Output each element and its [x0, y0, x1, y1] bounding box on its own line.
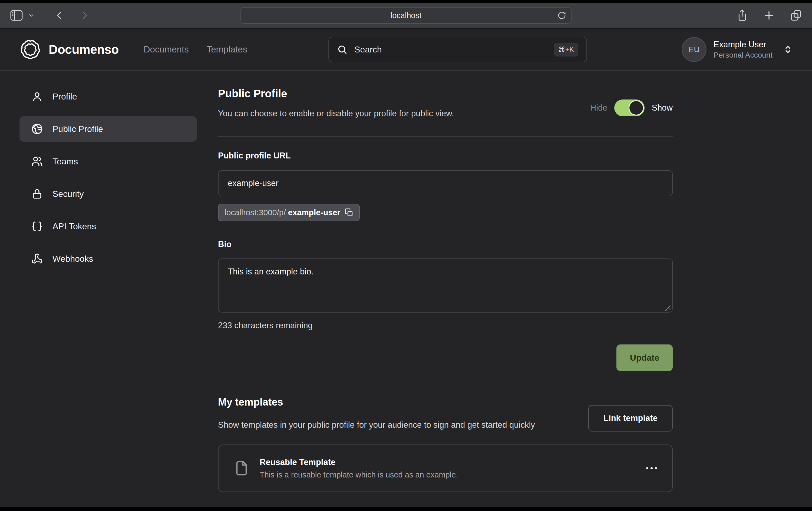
sidebar-item-label: Public Profile — [53, 124, 103, 134]
globe-icon — [31, 123, 43, 134]
toggle-show-label: Show — [651, 103, 673, 113]
user-icon — [31, 91, 43, 102]
sidebar-item-profile[interactable]: Profile — [20, 84, 197, 109]
chevrons-up-down-icon — [783, 45, 792, 54]
link-template-button[interactable]: Link template — [588, 405, 673, 431]
template-options-button[interactable] — [646, 467, 657, 469]
profile-link-copy-button[interactable]: localhost:3000/p/ example-user — [218, 204, 360, 221]
file-icon — [234, 460, 250, 476]
visibility-toggle-group: Hide Show — [590, 97, 673, 119]
forward-button[interactable] — [80, 10, 89, 20]
documenso-app: Documenso Documents Templates Search ⌘+K… — [0, 29, 812, 507]
braces-icon — [31, 221, 43, 232]
profile-link-prefix: localhost:3000/p/ — [225, 208, 286, 217]
search-shortcut-badge: ⌘+K — [554, 43, 579, 57]
user-name: Example User — [714, 39, 773, 50]
template-title: Reusable Template — [260, 457, 458, 467]
bio-textarea[interactable]: This is an example bio. — [218, 259, 673, 312]
search-placeholder: Search — [354, 44, 382, 55]
nav-templates[interactable]: Templates — [207, 44, 247, 55]
characters-remaining: 233 characters remaining — [218, 321, 673, 330]
top-nav: Documents Templates — [144, 44, 247, 55]
account-type: Personal Account — [714, 50, 773, 60]
public-profile-url-input[interactable] — [218, 170, 673, 196]
toolbar-divider — [42, 10, 42, 21]
brand[interactable]: Documenso — [20, 39, 119, 60]
new-tab-icon[interactable] — [763, 10, 775, 21]
profile-visibility-switch[interactable] — [614, 99, 644, 116]
sidebar-item-label: Teams — [53, 156, 78, 167]
sidebar-toggle-icon[interactable] — [10, 10, 23, 21]
address-bar[interactable]: localhost — [240, 7, 572, 24]
lock-icon — [31, 188, 43, 200]
switch-knob — [629, 100, 644, 116]
users-icon — [31, 156, 43, 167]
sidebar-item-security[interactable]: Security — [20, 181, 197, 207]
tab-overview-icon[interactable] — [790, 10, 802, 21]
template-description: This is a reusable template which is use… — [260, 471, 458, 479]
url-field-label: Public profile URL — [218, 151, 673, 160]
sidebar-item-webhooks[interactable]: Webhooks — [20, 246, 197, 271]
template-list-item: Reusable Template This is a reusable tem… — [218, 445, 673, 492]
sidebar-chevron-icon[interactable] — [28, 12, 35, 19]
bio-field-label: Bio — [218, 240, 673, 249]
reload-icon[interactable] — [557, 11, 566, 20]
toggle-hide-label: Hide — [590, 103, 608, 113]
settings-sidebar: Profile Public Profile Teams Security — [20, 71, 197, 271]
my-templates-title: My templates — [218, 396, 535, 408]
sidebar-item-teams[interactable]: Teams — [20, 149, 197, 174]
sidebar-item-api-tokens[interactable]: API Tokens — [20, 214, 197, 239]
page-title: Public Profile — [218, 87, 454, 100]
search-input[interactable]: Search ⌘+K — [328, 37, 587, 62]
webhook-icon — [31, 253, 43, 264]
copy-icon — [345, 208, 353, 217]
sidebar-item-label: Profile — [53, 92, 77, 102]
documenso-logo-icon — [20, 39, 41, 60]
sidebar-item-label: Security — [53, 189, 84, 199]
browser-toolbar: localhost — [0, 3, 812, 29]
section-divider — [218, 136, 673, 137]
account-menu[interactable]: EU Example User Personal Account — [682, 37, 792, 62]
profile-link-slug: example-user — [288, 208, 340, 217]
nav-documents[interactable]: Documents — [144, 44, 189, 55]
sidebar-item-label: Webhooks — [53, 254, 93, 264]
app-header: Documenso Documents Templates Search ⌘+K… — [0, 29, 812, 71]
sidebar-item-public-profile[interactable]: Public Profile — [20, 116, 197, 142]
page-subtitle: You can choose to enable or disable your… — [218, 108, 454, 119]
share-icon[interactable] — [737, 9, 748, 21]
my-templates-description: Show templates in your public profile fo… — [218, 418, 535, 432]
address-bar-url: localhost — [390, 11, 422, 20]
avatar: EU — [682, 37, 706, 62]
public-profile-settings: Public Profile You can choose to enable … — [218, 71, 673, 492]
sidebar-item-label: API Tokens — [53, 221, 96, 232]
back-button[interactable] — [55, 10, 64, 20]
update-button[interactable]: Update — [616, 344, 673, 371]
search-icon — [337, 44, 347, 55]
brand-name: Documenso — [49, 42, 119, 57]
